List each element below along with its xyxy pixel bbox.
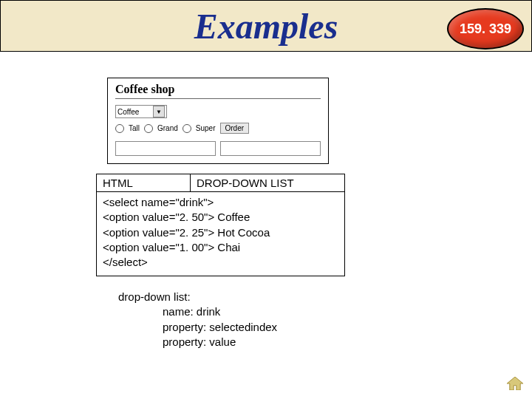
notes-block: drop-down list: name: drink property: se…	[118, 290, 277, 349]
text-input-1[interactable]	[115, 141, 216, 156]
chevron-down-icon: ▼	[153, 106, 165, 117]
badge-text: 159. 339	[460, 21, 511, 37]
radio-label-tall: Tall	[129, 124, 140, 132]
code-line: <option value="1. 00"> Chai	[103, 240, 338, 255]
code-header-left: HTML	[97, 174, 191, 191]
slide-number-badge: 159. 339	[447, 8, 524, 50]
svg-marker-0	[507, 377, 523, 390]
radio-label-grand: Grand	[157, 124, 178, 132]
text-input-2[interactable]	[220, 141, 321, 156]
notes-line: name: drink	[118, 304, 277, 319]
code-line: </select>	[103, 255, 338, 270]
radio-label-super: Super	[196, 124, 216, 132]
notes-line: property: value	[118, 335, 277, 349]
radio-super[interactable]	[183, 124, 191, 133]
form-row-textfields	[115, 141, 321, 156]
code-body: <select name="drink"> <option value="2. …	[97, 192, 344, 276]
code-line: <option value="2. 25"> Hot Cocoa	[103, 225, 338, 240]
form-row-dropdown: Coffee ▼	[115, 105, 321, 118]
code-header: HTML DROP-DOWN LIST	[97, 174, 344, 192]
divider	[115, 98, 321, 99]
notes-line: property: selectedindex	[118, 320, 277, 335]
form-heading: Coffee shop	[115, 83, 321, 96]
code-line: <option value="2. 50"> Coffee	[103, 210, 338, 225]
dropdown-value: Coffee	[117, 108, 139, 116]
radio-grand[interactable]	[144, 124, 153, 133]
notes-line: drop-down list:	[118, 290, 277, 304]
title-bar: Examples 159. 339	[0, 0, 532, 52]
form-row-radios: Tall Grand Super Order	[115, 123, 321, 134]
drink-dropdown[interactable]: Coffee ▼	[115, 105, 167, 118]
coffee-form: Coffee shop Coffee ▼ Tall Grand Super Or…	[107, 78, 329, 164]
radio-tall[interactable]	[115, 124, 124, 133]
order-button[interactable]: Order	[220, 123, 250, 134]
code-box: HTML DROP-DOWN LIST <select name="drink"…	[96, 174, 345, 276]
code-header-right: DROP-DOWN LIST	[191, 174, 344, 191]
code-line: <select name="drink">	[103, 195, 338, 210]
home-icon[interactable]	[507, 377, 523, 390]
slide-title: Examples	[194, 6, 338, 47]
